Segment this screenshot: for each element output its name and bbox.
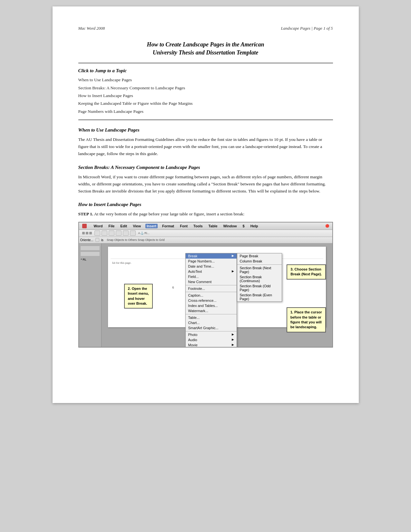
menu-item-footnote[interactable]: Footnote... — [186, 286, 237, 291]
menu-font[interactable]: Font — [179, 224, 189, 228]
menu-tools[interactable]: Tools — [192, 224, 204, 228]
toolbar-btn[interactable] — [94, 231, 100, 236]
menu-window[interactable]: Window — [222, 224, 238, 228]
toc-item[interactable]: Keeping the Landscaped Table or Figure w… — [78, 100, 333, 107]
callout-choose-section: 3. Choose Section Break (Next Page). — [287, 264, 326, 280]
window-controls: 🔴 — [324, 224, 330, 228]
menu-divider — [186, 331, 237, 331]
menu-item-table[interactable]: Table... — [186, 315, 237, 320]
format-label: Oriente... — [80, 238, 93, 242]
format-is: is — [101, 238, 103, 242]
step1-label: STEP 1. — [78, 212, 93, 216]
menu-item-break[interactable]: Break — [186, 253, 237, 259]
format-btn[interactable] — [95, 238, 99, 242]
menu-help[interactable]: Help — [249, 224, 259, 228]
callout-line4: over Break. — [128, 301, 149, 306]
page-header: Mac Word 2008 Landscape Pages | Page 1 o… — [78, 26, 333, 31]
menu-item-caption[interactable]: Caption... — [186, 293, 237, 298]
ss-menubar: Word File Edit View Insert Format Font T… — [79, 222, 332, 230]
ss-main-area: kit for this page. 6 — [102, 243, 332, 348]
callout-choose-line2: Break (Next Page). — [290, 272, 322, 277]
break-section-even-page[interactable]: Section Break (Even Page) — [237, 292, 282, 301]
menu-divider — [186, 314, 237, 314]
gripper-dot — [82, 232, 85, 234]
menu-insert[interactable]: Insert — [145, 224, 158, 228]
break-section-odd-page[interactable]: Section Break (Odd Page) — [237, 283, 282, 292]
toolbar-btn[interactable] — [109, 231, 114, 236]
title-line2: University Thesis and Dissertation Templ… — [78, 49, 333, 57]
document-page: Mac Word 2008 Landscape Pages | Page 1 o… — [53, 6, 359, 403]
menu-item-photo[interactable]: Photo — [186, 332, 237, 337]
toolbar-btn[interactable] — [130, 231, 136, 236]
toc-item[interactable]: When to Use Landscape Pages — [78, 76, 333, 84]
menu-item-field[interactable]: Field... — [186, 274, 237, 279]
menu-table[interactable]: Table — [207, 224, 219, 228]
menu-item-smartart[interactable]: SmartArt Graphic... — [186, 325, 237, 330]
menu-item-autotext[interactable]: AutoText — [186, 269, 237, 274]
header-left: Mac Word 2008 — [78, 26, 105, 31]
menu-edit[interactable]: Edit — [119, 224, 128, 228]
toolbar-btn[interactable] — [116, 231, 122, 236]
break-section-continuous[interactable]: Section Break (Continuous) — [237, 274, 282, 283]
menu-item-chart[interactable]: Chart... — [186, 320, 237, 325]
toolbar-gripper — [81, 231, 93, 235]
toc-item[interactable]: How to Insert Landscape Pages — [78, 92, 333, 100]
toolbar-btn[interactable] — [102, 231, 107, 236]
menu-divider — [186, 292, 237, 292]
menu-divider — [186, 285, 237, 285]
doc-page-num: 6 — [172, 285, 174, 290]
menu-item-new-comment[interactable]: New Comment — [186, 279, 237, 284]
section1-heading: When to Use Landscape Pages — [78, 127, 333, 133]
callout-place-line4: be landscaping. — [290, 325, 322, 330]
menu-item-index[interactable]: Index and Tables... — [186, 303, 237, 308]
ss-sidebar: * RL — [79, 243, 102, 348]
menu-word[interactable]: Word — [93, 224, 104, 228]
ss-toolbar-row1: A⚓ Ri... — [79, 230, 332, 237]
callout-place-line2: before the table or — [290, 315, 322, 320]
top-divider — [78, 63, 333, 64]
menu-dollar: $ — [241, 224, 246, 228]
menu-file[interactable]: File — [107, 224, 116, 228]
word-logo-area — [81, 223, 89, 229]
sidebar-item — [80, 251, 100, 256]
menu-view[interactable]: View — [132, 224, 142, 228]
break-divider — [237, 264, 282, 265]
toc-item[interactable]: Page Numbers with Landscape Pages — [78, 108, 333, 115]
step1-description: At the very bottom of the page before yo… — [94, 212, 244, 216]
break-section-next-page[interactable]: Section Break (Next Page) — [237, 265, 282, 274]
break-submenu[interactable]: Page Break Column Break Section Break (N… — [237, 253, 282, 302]
sidebar-item — [80, 246, 100, 251]
word-logo-icon — [82, 224, 87, 228]
sidebar-label: * RL — [80, 257, 100, 262]
word-screenshot: Word File Edit View Insert Format Font T… — [78, 222, 333, 348]
menu-item-movie[interactable]: Movie — [186, 342, 237, 348]
toc-heading: Click to Jump to a Topic — [78, 68, 333, 74]
toc-item[interactable]: Section Breaks: A Necessary Component to… — [78, 84, 333, 92]
toolbar-label: A⚓ Ri... — [137, 232, 151, 235]
menu-item-cross-ref[interactable]: Cross-reference... — [186, 298, 237, 303]
menu-item-page-numbers[interactable]: Page Numbers... — [186, 259, 237, 264]
document-title: How to Create Landscape Pages in the Ame… — [78, 41, 333, 57]
callout-choose-line1: 3. Choose Section — [290, 267, 322, 272]
callout-place-line3: figure that you will — [290, 320, 322, 325]
menu-item-audio[interactable]: Audio — [186, 337, 237, 342]
gripper-dot — [86, 232, 88, 234]
ss-formatting-bar: Oriente... is Snap Objects to Others Sna… — [79, 237, 332, 243]
callout-open-insert: 2. Open the Insert menu, and hover over … — [124, 284, 153, 309]
step1-text: STEP 1. At the very bottom of the page b… — [78, 211, 333, 218]
break-page-break[interactable]: Page Break — [237, 253, 282, 259]
section1-body: The AU Thesis and Dissertation Formattin… — [78, 136, 333, 158]
callout-line1: 2. Open the — [128, 286, 149, 291]
menu-item-date-time[interactable]: Date and Time... — [186, 264, 237, 269]
menu-format[interactable]: Format — [161, 224, 175, 228]
callout-line2: Insert menu, — [128, 291, 149, 296]
section2-heading: Section Breaks: A Necessary Component to… — [78, 165, 333, 170]
format-style-info: Snap Objects to Others Snap Objects to G… — [107, 238, 165, 241]
toolbar-btn[interactable] — [123, 231, 129, 236]
callout-line3: and hover — [128, 296, 149, 301]
title-line1: How to Create Landscape Pages in the Ame… — [78, 41, 333, 49]
menu-item-watermark[interactable]: Watermark... — [186, 308, 237, 313]
break-column-break[interactable]: Column Break — [237, 259, 282, 264]
section3-heading: How to Insert Landscape Pages — [78, 202, 333, 207]
insert-dropdown-menu[interactable]: Break Page Numbers... Date and Time... A… — [185, 253, 237, 348]
